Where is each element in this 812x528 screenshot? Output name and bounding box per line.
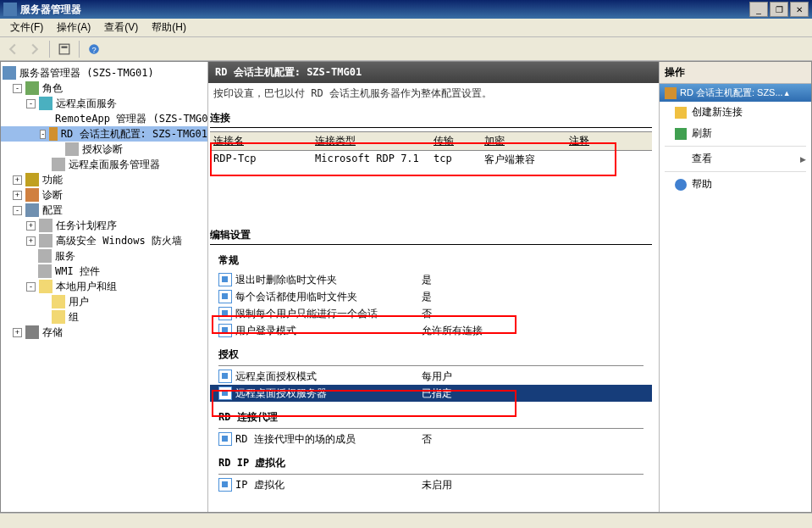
chevron-up-icon[interactable]: ▲ (783, 89, 791, 97)
collapse-icon[interactable]: - (26, 282, 36, 292)
collapse-icon[interactable]: - (26, 99, 36, 108)
config-icon (25, 203, 39, 217)
cell-transport: tcp (430, 153, 481, 167)
tree-config[interactable]: - 配置 (1, 203, 207, 218)
actions-context: RD 会话主机配置: SZS... ▲ (660, 84, 811, 102)
cell-encryption: 客户端兼容 (481, 153, 566, 167)
tree-remoteapp[interactable]: RemoteApp 管理器 (SZS-TMG0 (1, 111, 207, 126)
setting-ip-virt[interactable]: IP 虚拟化 未启用 (210, 476, 652, 493)
expand-icon[interactable]: + (13, 175, 22, 185)
titlebar: 服务器管理器 _ ❐ ✕ (0, 0, 812, 19)
section-connections: 连接 (210, 109, 652, 128)
col-name[interactable]: 连接名 (210, 134, 312, 148)
properties-button[interactable] (55, 40, 74, 58)
setting-temp-on-exit[interactable]: 退出时删除临时文件夹 是 (210, 271, 652, 288)
menu-action[interactable]: 操作(A) (50, 19, 97, 36)
setting-single-session[interactable]: 限制每个用户只能进行一个会话 否 (210, 305, 652, 322)
tree-rdhost[interactable]: - RD 会话主机配置: SZS-TMG01 (1, 126, 207, 142)
diagnostics-icon (25, 188, 39, 202)
actions-panel: 操作 RD 会话主机配置: SZS... ▲ 创建新连接 刷新 查看 ▶ 帮助 (659, 62, 811, 512)
firewall-icon (39, 234, 52, 247)
restore-button[interactable]: ❐ (770, 2, 788, 17)
tree-panel[interactable]: 服务器管理器 (SZS-TMG01) - 角色 - 远程桌面服务 RemoteA… (1, 62, 208, 512)
tree-wmi[interactable]: WMI 控件 (1, 264, 207, 279)
help-icon (675, 179, 687, 191)
tree-localusers[interactable]: - 本地用户和组 (1, 279, 207, 294)
col-type[interactable]: 连接类型 (312, 134, 430, 148)
collapse-icon[interactable]: - (40, 130, 46, 139)
server-icon (3, 66, 16, 80)
tree-licdiag[interactable]: 授权诊断 (1, 142, 207, 157)
folder-icon (52, 310, 65, 324)
tree-features[interactable]: + 功能 (1, 172, 207, 187)
setting-icon (218, 432, 232, 446)
toolbar: ? (0, 37, 812, 61)
expand-icon[interactable]: + (26, 236, 36, 246)
collapse-icon[interactable]: - (13, 84, 22, 93)
setting-temp-per-session[interactable]: 每个会话都使用临时文件夹 是 (210, 288, 652, 305)
svg-rect-0 (59, 44, 69, 54)
action-help[interactable]: 帮助 (660, 174, 811, 195)
expand-icon[interactable]: + (26, 221, 36, 231)
minimize-button[interactable]: _ (749, 2, 768, 17)
app-icon (3, 3, 17, 16)
menu-help[interactable]: 帮助(H) (145, 19, 193, 36)
tree-rdsmgr[interactable]: 远程桌面服务管理器 (1, 157, 207, 172)
expand-icon[interactable]: + (13, 328, 22, 337)
divider (218, 365, 644, 366)
col-comment[interactable]: 注释 (566, 134, 616, 148)
sub-general: 常规 (218, 253, 652, 268)
tree-diagnostics[interactable]: + 诊断 (1, 187, 207, 203)
toolbar-separator (49, 41, 50, 58)
menu-view[interactable]: 查看(V) (97, 19, 145, 36)
connection-row[interactable]: RDP-Tcp Microsoft RDP 7.1 tcp 客户端兼容 (210, 151, 652, 169)
sub-broker: RD 连接代理 (218, 410, 652, 425)
action-view[interactable]: 查看 ▶ (660, 148, 811, 170)
setting-login-mode[interactable]: 用户登录模式 允许所有连接 (210, 322, 652, 339)
tree-roles[interactable]: - 角色 (1, 81, 207, 96)
collapse-icon[interactable]: - (13, 206, 22, 215)
action-new-connection[interactable]: 创建新连接 (660, 102, 811, 123)
divider (665, 171, 806, 172)
tree-users[interactable]: 用户 (1, 294, 207, 309)
help-button[interactable]: ? (85, 40, 103, 58)
back-button (3, 40, 22, 58)
close-button[interactable]: ✕ (790, 2, 809, 17)
statusbar (0, 513, 812, 528)
col-encryption[interactable]: 加密 (481, 134, 566, 148)
setting-lic-mode[interactable]: 远程桌面授权模式 每用户 (210, 368, 652, 385)
expand-icon[interactable]: + (13, 191, 22, 200)
tree-root[interactable]: 服务器管理器 (SZS-TMG01) (1, 65, 207, 81)
tree-rds[interactable]: - 远程桌面服务 (1, 96, 207, 111)
view-icon (675, 153, 687, 165)
tree-storage[interactable]: + 存储 (1, 325, 207, 340)
setting-broker-member[interactable]: RD 连接代理中的场的成员 否 (210, 431, 652, 447)
connections-columns: 连接名 连接类型 传输 加密 注释 (210, 131, 652, 151)
forward-button (25, 40, 44, 58)
divider (665, 146, 806, 147)
menu-file[interactable]: 文件(F) (3, 19, 50, 36)
task-icon (39, 219, 52, 232)
tree-firewall[interactable]: + 高级安全 Windows 防火墙 (1, 233, 207, 248)
setting-lic-server[interactable]: 远程桌面授权服务器 已指定 (210, 385, 652, 402)
features-icon (25, 173, 39, 186)
divider (218, 474, 644, 475)
action-refresh[interactable]: 刷新 (660, 123, 811, 144)
tree-groups[interactable]: 组 (1, 309, 207, 325)
cell-type: Microsoft RDP 7.1 (312, 153, 430, 167)
cell-name: RDP-Tcp (210, 153, 312, 167)
col-transport[interactable]: 传输 (430, 134, 481, 148)
center-body[interactable]: 按印设直，巴乜以付 RD 会话主机服务器作为整体配置设置。 连接 连接名 连接类… (208, 83, 659, 512)
tree-tasksched[interactable]: + 任务计划程序 (1, 218, 207, 233)
section-edit: 编辑设置 (210, 226, 652, 245)
divider (218, 428, 644, 429)
window-title: 服务器管理器 (20, 3, 749, 17)
rdsmgr-icon (52, 158, 65, 171)
storage-icon (25, 325, 39, 339)
rdhost-icon (665, 87, 677, 99)
sub-licensing: 授权 (218, 347, 652, 362)
sub-ipvirt: RD IP 虚拟化 (218, 456, 652, 470)
menubar: 文件(F) 操作(A) 查看(V) 帮助(H) (0, 19, 812, 37)
tree-services[interactable]: 服务 (1, 248, 207, 264)
toolbar-separator (79, 41, 80, 58)
